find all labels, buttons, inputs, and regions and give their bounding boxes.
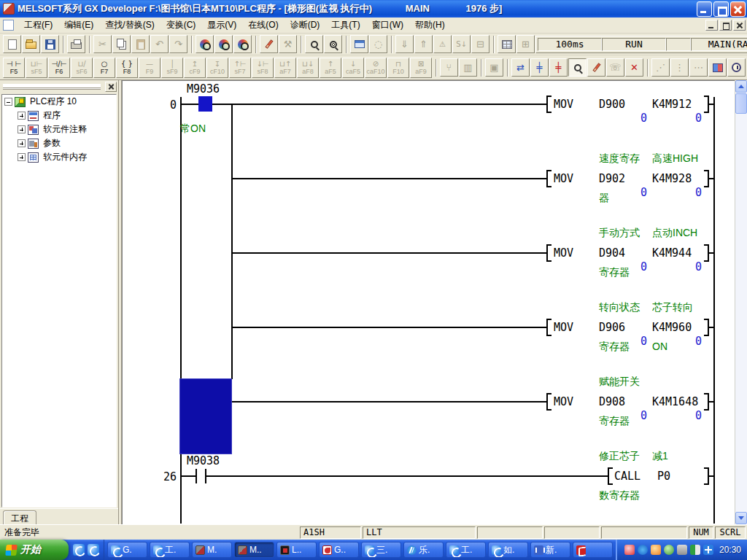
mdi-close-button[interactable] xyxy=(733,20,746,31)
tray-icon[interactable] xyxy=(624,545,635,555)
ladder-symbol-button[interactable]: ⊓ F10 xyxy=(387,58,409,78)
mov-instruction-row[interactable]: MOV D904 K4M944 0 0 转向状态 寄存器 xyxy=(123,244,735,317)
task-button[interactable]: 工. xyxy=(446,542,486,558)
ladder-symbol-button[interactable]: ○ F7 xyxy=(93,58,115,78)
ladder-edit-button[interactable] xyxy=(260,35,278,53)
ladder-symbol-button[interactable]: ⊔↓ aF8 xyxy=(297,58,319,78)
ladder-symbol-button[interactable]: { } F8 xyxy=(116,58,138,78)
find-device-button[interactable] xyxy=(196,35,214,53)
ladder-symbol-button[interactable]: ⊠ aF9 xyxy=(410,58,432,78)
find-string-button[interactable] xyxy=(233,35,252,53)
ladder-symbol-button[interactable]: ⊔⊢ sF5 xyxy=(26,58,47,78)
ladder-symbol-button[interactable]: ⊣ ⊢ F5 xyxy=(3,58,25,78)
panel-close-icon[interactable] xyxy=(105,82,117,92)
sort-button[interactable]: S↓ xyxy=(452,35,471,53)
tree-item-row[interactable]: 程序 xyxy=(2,109,116,122)
open-project-button[interactable] xyxy=(22,35,40,53)
menu-item[interactable]: 变换(C) xyxy=(160,17,202,34)
zoom-out-button[interactable] xyxy=(305,35,323,53)
menu-item[interactable]: 帮助(H) xyxy=(409,17,451,34)
redo-button[interactable]: ↷ xyxy=(169,35,187,53)
ladder-symbol-button[interactable]: ↓⊢ sF8 xyxy=(252,58,274,78)
task-button[interactable]: L.. xyxy=(276,542,317,558)
monitor-stop-button[interactable]: ✕ xyxy=(625,58,643,77)
close-button[interactable] xyxy=(730,1,746,17)
write-to-plc-button[interactable]: ⇓ xyxy=(395,35,414,53)
error-jump-button[interactable]: ⚠ xyxy=(433,35,452,53)
task-button[interactable]: M.. xyxy=(234,542,274,558)
paste-button[interactable] xyxy=(131,35,150,53)
task-button[interactable]: 工. xyxy=(150,542,190,558)
expand-expander-icon[interactable] xyxy=(18,125,26,133)
tree-item-label[interactable]: 软元件内存 xyxy=(42,150,88,164)
tree-item-row[interactable]: 参数 xyxy=(2,136,116,150)
scroll-up-button[interactable] xyxy=(735,80,747,93)
expand-expander-icon[interactable] xyxy=(18,112,26,120)
block-list-button[interactable]: ⊟ xyxy=(471,35,489,53)
program-check-button[interactable]: ▣ xyxy=(485,58,503,77)
task-button[interactable]: G. xyxy=(107,542,147,558)
tray-icon[interactable] xyxy=(677,545,687,555)
ladder-symbol-button[interactable]: ⊘ caF10 xyxy=(365,58,387,78)
restore-button[interactable] xyxy=(713,1,729,17)
task-button[interactable] xyxy=(573,542,613,558)
zoom-in-button[interactable] xyxy=(324,35,342,53)
ladder-symbol-button[interactable]: ⊔↑ aF7 xyxy=(274,58,296,78)
tray-icon[interactable] xyxy=(703,545,713,555)
save-project-button[interactable] xyxy=(41,35,59,53)
project-data-list-button[interactable]: ◌ xyxy=(369,35,387,53)
task-button[interactable]: 三. xyxy=(361,542,401,558)
ladder-symbol-button[interactable]: ↑⊢ sF7 xyxy=(229,58,251,78)
undo-button[interactable]: ↶ xyxy=(150,35,169,53)
scroll-track[interactable] xyxy=(735,114,747,512)
ladder-symbol-button[interactable]: ↑ aF5 xyxy=(320,58,341,78)
ladder-logic-test-button[interactable]: ⇄ xyxy=(511,58,530,77)
menu-item[interactable]: 在线(O) xyxy=(242,17,284,34)
mdi-restore-button[interactable] xyxy=(719,20,732,31)
menu-item[interactable]: 显示(V) xyxy=(201,17,242,34)
ladder-symbol-button[interactable]: — F9 xyxy=(139,58,160,78)
tray-icon[interactable] xyxy=(690,545,700,555)
task-button[interactable]: 如. xyxy=(488,542,528,558)
scroll-thumb[interactable] xyxy=(735,93,747,114)
menu-item[interactable]: 编辑(E) xyxy=(58,17,99,34)
vertical-scrollbar[interactable] xyxy=(735,80,747,524)
menu-item[interactable]: 窗口(W) xyxy=(366,17,409,34)
task-button[interactable]: 新. xyxy=(530,542,570,558)
project-root-label[interactable]: PLC程序 10 xyxy=(28,95,78,109)
read-from-plc-button[interactable]: ⇑ xyxy=(414,35,433,53)
browser-quicklaunch-icon[interactable] xyxy=(88,544,99,556)
cut-button[interactable]: ✂ xyxy=(93,35,112,53)
sfc-button[interactable]: ⋮ xyxy=(670,58,689,77)
statement-edit-button[interactable]: ╪ xyxy=(549,58,568,77)
ie-quicklaunch-icon[interactable] xyxy=(73,544,85,556)
tray-icon[interactable] xyxy=(638,545,648,555)
step-run-button[interactable]: ⋯ xyxy=(689,58,708,77)
device-batch-monitor-button[interactable] xyxy=(708,58,727,77)
expand-expander-icon[interactable] xyxy=(18,153,26,161)
panel-grip[interactable] xyxy=(3,84,101,90)
comment-display-button[interactable]: ╪ xyxy=(530,58,549,77)
mdi-minimize-button[interactable] xyxy=(705,20,718,31)
print-button[interactable] xyxy=(67,35,85,53)
read-mode-button[interactable] xyxy=(568,58,587,77)
remote-operation-button[interactable]: ☏ xyxy=(606,58,624,77)
grid-display-button[interactable] xyxy=(498,35,516,53)
task-button[interactable]: M. xyxy=(192,542,232,558)
ladder-symbol-button[interactable]: ↓ caF5 xyxy=(342,58,364,78)
tree-item-label[interactable]: 软元件注释 xyxy=(42,122,88,136)
ladder-editor[interactable]: 0 M9036 常ON MOV D900 K4M912 xyxy=(122,80,735,524)
window-tile-button[interactable] xyxy=(350,35,368,53)
mov-instruction-row[interactable]: MOV D900 K4M912 0 0 速度寄存 器 xyxy=(123,96,735,168)
tree-root-row[interactable]: PLC程序 10 xyxy=(2,95,116,109)
expand-expander-icon[interactable] xyxy=(18,139,26,147)
ladder-symbol-button[interactable]: ↥ cF9 xyxy=(184,58,206,78)
ladder-symbol-button[interactable]: │ sF9 xyxy=(161,58,183,78)
task-button[interactable]: 乐. xyxy=(403,542,444,558)
tray-icon[interactable] xyxy=(664,545,674,555)
task-button[interactable]: G.. xyxy=(319,542,359,558)
menu-item[interactable]: 查找/替换(S) xyxy=(99,17,160,34)
scroll-down-button[interactable] xyxy=(735,512,747,524)
insert-row-button[interactable]: ⊞ xyxy=(516,35,535,53)
tray-icon[interactable] xyxy=(651,545,661,555)
